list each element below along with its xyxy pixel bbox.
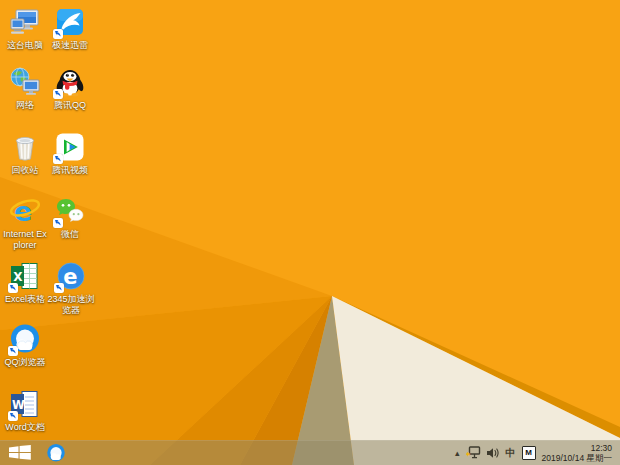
system-tray: ▴ * 中 M 12:30 2019/10/14 星期一 bbox=[455, 443, 614, 463]
internet-explorer-icon: e bbox=[9, 195, 41, 227]
desktop-icon-label: Word文档 bbox=[5, 422, 44, 433]
desktop-icon-qq-browser[interactable]: QQ浏览器 bbox=[3, 323, 47, 368]
qq-browser-icon bbox=[46, 443, 66, 463]
desktop-icon-tencent-video[interactable]: 腾讯视频 bbox=[48, 131, 92, 176]
network-status-icon[interactable]: * bbox=[466, 446, 481, 459]
shortcut-arrow-icon bbox=[53, 218, 63, 228]
qq-browser-icon bbox=[9, 323, 41, 355]
taskbar: ▴ * 中 M 12:30 2019/10/14 星期一 bbox=[0, 440, 620, 465]
clock-time: 12:30 bbox=[542, 443, 612, 453]
word-icon: W bbox=[9, 388, 41, 420]
desktop-icon-label: 网络 bbox=[16, 100, 34, 111]
network-icon bbox=[9, 66, 41, 98]
desktop-icon-label: 回收站 bbox=[12, 165, 39, 176]
svg-text:X: X bbox=[13, 270, 23, 284]
desktop: 这台电脑 极速迅雷 bbox=[0, 0, 620, 465]
desktop-icon-recycle-bin[interactable]: 回收站 bbox=[3, 131, 47, 176]
svg-text:*: * bbox=[466, 451, 471, 460]
desktop-icon-tencent-qq[interactable]: 腾讯QQ bbox=[48, 66, 92, 111]
shortcut-arrow-icon bbox=[8, 346, 18, 356]
desktop-icon-label: 腾讯QQ bbox=[54, 100, 86, 111]
desktop-icon-excel[interactable]: X Excel表格 bbox=[3, 260, 47, 305]
taskbar-qq-browser-button[interactable] bbox=[46, 443, 66, 463]
windows-logo-icon bbox=[9, 445, 31, 460]
thunder-speed-icon bbox=[54, 6, 86, 38]
svg-text:e: e bbox=[63, 265, 77, 289]
desktop-icon-internet-explorer[interactable]: e Internet Explorer bbox=[3, 195, 47, 251]
excel-icon: X bbox=[9, 260, 41, 292]
desktop-icon-wechat[interactable]: 微信 bbox=[48, 195, 92, 240]
desktop-icon-network[interactable]: 网络 bbox=[3, 66, 47, 111]
tencent-video-icon bbox=[54, 131, 86, 163]
ime-mode-indicator[interactable]: 中 bbox=[506, 446, 516, 460]
wechat-icon bbox=[54, 195, 86, 227]
svg-text:W: W bbox=[12, 398, 25, 412]
desktop-icon-label: Internet Explorer bbox=[3, 229, 47, 251]
desktop-icon-label: Excel表格 bbox=[5, 294, 45, 305]
desktop-icon-label: 极速迅雷 bbox=[52, 40, 88, 51]
shortcut-arrow-icon bbox=[53, 29, 63, 39]
shortcut-arrow-icon bbox=[8, 411, 18, 421]
shortcut-arrow-icon bbox=[53, 89, 63, 99]
shortcut-arrow-icon bbox=[53, 154, 63, 164]
desktop-icon-label: 2345加速浏览器 bbox=[45, 294, 97, 316]
desktop-icon-label: 腾讯视频 bbox=[52, 165, 88, 176]
desktop-icon-browser-2345[interactable]: e 2345加速浏览器 bbox=[45, 260, 97, 316]
this-pc-icon bbox=[9, 6, 41, 38]
show-hidden-icons-button[interactable]: ▴ bbox=[455, 448, 460, 458]
desktop-icon-label: 这台电脑 bbox=[7, 40, 43, 51]
desktop-icon-this-pc[interactable]: 这台电脑 bbox=[3, 6, 47, 51]
desktop-icon-label: QQ浏览器 bbox=[4, 357, 45, 368]
clock-date: 2019/10/14 星期一 bbox=[542, 453, 612, 463]
start-button[interactable] bbox=[9, 445, 31, 460]
shortcut-arrow-icon bbox=[8, 283, 18, 293]
desktop-icon-thunder-speed[interactable]: 极速迅雷 bbox=[48, 6, 92, 51]
browser-2345-icon: e bbox=[55, 260, 87, 292]
recycle-bin-icon bbox=[9, 131, 41, 163]
volume-icon[interactable] bbox=[487, 447, 500, 459]
ime-language-icon[interactable]: M bbox=[522, 446, 536, 460]
shortcut-arrow-icon bbox=[54, 283, 64, 293]
desktop-icon-word[interactable]: W Word文档 bbox=[3, 388, 47, 433]
desktop-icon-label: 微信 bbox=[61, 229, 79, 240]
tencent-qq-icon bbox=[54, 66, 86, 98]
taskbar-clock[interactable]: 12:30 2019/10/14 星期一 bbox=[542, 443, 614, 463]
